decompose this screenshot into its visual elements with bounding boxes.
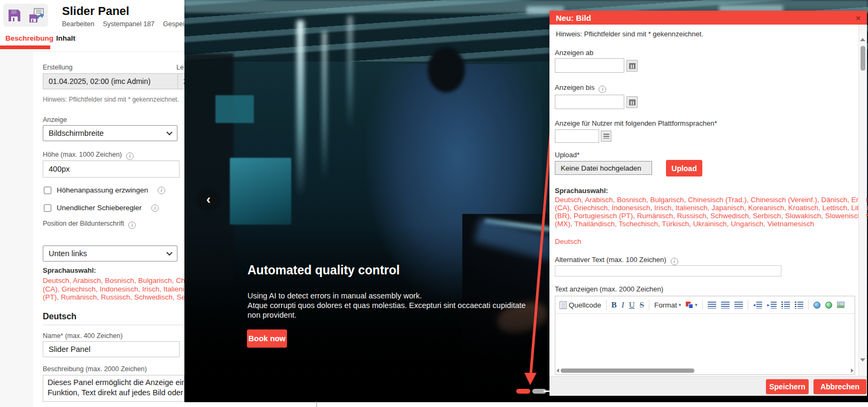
anzeigen-bis-input[interactable] <box>555 95 624 109</box>
name-input[interactable]: Slider Panel <box>43 341 180 357</box>
list-numbers-icon <box>781 302 783 309</box>
pagination-dot-active[interactable] <box>516 389 530 394</box>
language-links-line: (BR), Portugiesisch (PT), Rumänisch, Rus… <box>555 212 868 220</box>
close-icon[interactable]: × <box>856 14 861 22</box>
cancel-button[interactable]: Abbrechen <box>813 379 866 394</box>
app-root: ‹ Automated quality control Using AI to … <box>0 0 868 407</box>
insert-image-icon[interactable] <box>837 302 844 308</box>
chevron-down-icon <box>166 129 172 135</box>
upload-filename-field: Keine Datei hochgeladen <box>555 161 652 175</box>
language-links-line: Deutsch, Arabisch, Bosnisch, Bulgarisch,… <box>43 277 184 285</box>
hoehenanpassung-checkbox[interactable] <box>44 187 51 194</box>
align-center-button[interactable] <box>721 302 730 309</box>
upload-button[interactable]: Upload <box>666 160 702 176</box>
hoehe-label: Höhe (max. 1000 Zeichen)i <box>43 151 134 160</box>
info-icon[interactable]: i <box>671 258 678 265</box>
sprachauswahl-label: Sprachauswahl: <box>43 266 96 274</box>
schieberegler-checkbox[interactable] <box>44 204 51 212</box>
scrollbar-thumb[interactable] <box>561 368 694 373</box>
format-dropdown[interactable]: Format ▾ <box>654 301 681 309</box>
book-now-button[interactable]: Book now <box>247 329 287 348</box>
save-and-publish-icon[interactable] <box>28 7 45 24</box>
scrollbar-thumb[interactable] <box>861 46 865 71</box>
chevron-left-icon: ‹ <box>206 192 211 207</box>
anzeigen-bis-calendar-button[interactable] <box>626 96 638 108</box>
tab-inhalt[interactable]: Inhalt <box>56 34 75 42</box>
align-left-button[interactable] <box>708 302 716 309</box>
slider-prev-button[interactable]: ‹ <box>197 188 220 212</box>
hoehenanpassung-label: Höhenanpassung erzwingen <box>57 186 148 194</box>
alt-text-label: Alternativer Text (max. 100 Zeichen)i <box>555 256 678 265</box>
anzeigen-ab-input[interactable] <box>555 58 624 73</box>
bullet-list-button[interactable] <box>795 302 803 309</box>
chevron-down-icon: ▾ <box>695 302 698 308</box>
position-select[interactable]: Unten links <box>43 245 177 262</box>
bold-button[interactable]: B <box>611 301 617 310</box>
dialog-vertical-scrollbar[interactable] <box>858 25 866 376</box>
upload-label: Upload* <box>555 151 579 159</box>
source-code-button[interactable]: Quellcode <box>560 301 601 309</box>
scroll-up-arrow[interactable] <box>860 29 865 39</box>
text-color-dropdown[interactable]: ▾ <box>686 302 698 309</box>
increase-indent-button[interactable]: ▸ <box>767 302 777 309</box>
strikethrough-button[interactable]: S <box>640 301 644 310</box>
deutsch-language-link[interactable]: Deutsch <box>555 237 582 245</box>
list-lines-icon <box>784 302 790 309</box>
panel-editor: Slider Panel Bearbeiten Systempanel 187 … <box>0 0 184 407</box>
language-links[interactable]: Deutsch, Arabisch, Bosnisch, Bulgarisch,… <box>43 277 184 302</box>
breadcrumb-item: Systempanel 187 <box>103 20 154 28</box>
numbered-list-button[interactable] <box>781 302 790 309</box>
align-right-button[interactable] <box>734 302 743 309</box>
page-title: Slider Panel <box>62 4 129 18</box>
erstellung-field: 01.04.2025, 02:00 (imc Admin) <box>43 73 180 89</box>
insert-link-icon[interactable] <box>813 302 820 309</box>
beschreibung-label: Beschreibung (max. 2000 Zeichen) <box>43 365 147 373</box>
beschreibung-line: Funktion, Text direkt auf jedes Bild ode… <box>48 388 180 398</box>
italic-button[interactable]: I <box>622 301 624 310</box>
info-icon[interactable]: i <box>128 221 136 229</box>
save-button[interactable]: Speichern <box>766 379 809 394</box>
list-icon <box>603 134 609 139</box>
anzeigen-bis-label: Anzeigen bisi <box>555 83 606 93</box>
text-anzeigen-label: Text anzeigen (max. 2000 Zeichen) <box>555 285 663 293</box>
scroll-down-arrow[interactable] <box>860 362 865 371</box>
erstellung-label: Erstellung <box>43 64 73 71</box>
anzeigen-ab-calendar-button[interactable] <box>626 60 638 72</box>
sprachauswahl-label: Sprachauswahl: <box>555 187 608 195</box>
beschreibung-textarea[interactable]: Dieses Panel ermöglicht die Anzeige eine… <box>43 375 184 402</box>
info-icon[interactable]: i <box>599 86 606 93</box>
tab-beschreibung[interactable]: Beschreibung <box>5 34 53 42</box>
info-icon[interactable]: i <box>158 187 165 194</box>
decrease-indent-button[interactable]: ◂ <box>753 302 763 309</box>
breadcrumb-item: Bearbeiten <box>62 20 94 28</box>
divider <box>649 300 649 310</box>
monitor-screen <box>230 158 291 225</box>
scroll-right-arrow[interactable] <box>851 368 854 373</box>
language-links-line: (CA), Griechisch, Indonesisch, Irisch, I… <box>43 285 184 294</box>
underline-button[interactable]: U <box>629 301 635 310</box>
alt-text-input[interactable] <box>555 265 781 277</box>
indent-right-icon: ▸ <box>767 302 770 308</box>
remove-link-icon[interactable] <box>825 302 832 309</box>
letzte-aenderung-label: Le <box>176 64 184 71</box>
dialog-header: Neu: Bild × <box>549 11 867 25</box>
breadcrumb-item: Gespeiche <box>163 20 184 28</box>
source-code-label: Quellcode <box>569 301 601 309</box>
plattformsprachen-list-button[interactable] <box>601 130 611 142</box>
language-links[interactable]: Deutsch, Arabisch, Bosnisch, Bulgarisch,… <box>555 196 868 228</box>
info-icon[interactable]: i <box>151 204 159 212</box>
editor-toolbar: Quellcode B I U S Format ▾ ▾ <box>555 296 855 314</box>
scroll-left-arrow[interactable] <box>556 368 559 373</box>
anzeige-select[interactable]: Bildschirmbreite <box>43 125 177 141</box>
divider <box>808 300 809 310</box>
breadcrumb: Bearbeiten Systempanel 187 Gespeiche <box>62 20 184 28</box>
list-lines-icon <box>797 302 803 309</box>
hoehe-input[interactable]: 400px <box>43 160 180 178</box>
save-icon[interactable] <box>6 7 22 24</box>
editor-horizontal-scrollbar[interactable] <box>556 367 854 374</box>
editor-content-area[interactable] <box>555 314 855 366</box>
divider <box>606 300 607 310</box>
indent-left-icon: ◂ <box>753 302 756 308</box>
plattformsprachen-input[interactable] <box>555 129 599 143</box>
info-icon[interactable]: i <box>126 152 134 160</box>
